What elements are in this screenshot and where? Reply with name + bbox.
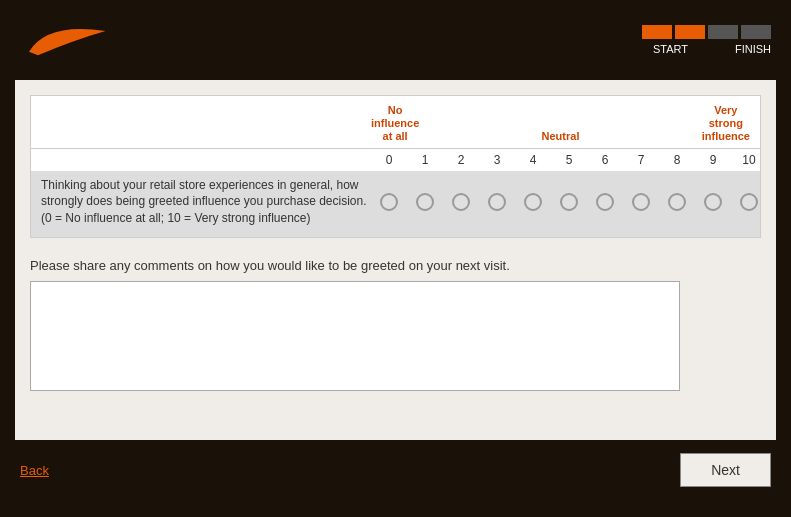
scale-num-10: 10 [731, 153, 767, 167]
radio-group[interactable] [371, 193, 767, 211]
progress-area: START FINISH [642, 25, 771, 55]
progress-segment-3 [708, 25, 738, 39]
back-button[interactable]: Back [20, 463, 49, 478]
header: START FINISH [0, 0, 791, 80]
start-label: START [653, 43, 688, 55]
progress-bar [642, 25, 771, 39]
scale-num-9: 9 [695, 153, 731, 167]
radio-8[interactable] [668, 193, 686, 211]
radio-0[interactable] [380, 193, 398, 211]
comments-label: Please share any comments on how you wou… [30, 258, 761, 273]
finish-label: FINISH [735, 43, 771, 55]
progress-segment-4 [741, 25, 771, 39]
scale-num-8: 8 [659, 153, 695, 167]
rating-row: Thinking about your retail store experie… [31, 171, 760, 237]
progress-segment-2 [675, 25, 705, 39]
radio-2[interactable] [452, 193, 470, 211]
radio-1[interactable] [416, 193, 434, 211]
progress-segment-1 [642, 25, 672, 39]
rating-question: Thinking about your retail store experie… [41, 177, 371, 227]
scale-neutral-label: Neutral [542, 130, 580, 143]
rating-header: Noinfluenceat all Neutral Verystronginfl… [31, 96, 760, 149]
scale-numbers: 0 1 2 3 4 5 6 7 8 9 10 [371, 153, 767, 167]
comments-section: Please share any comments on how you wou… [30, 253, 761, 396]
rating-numbers-row: 0 1 2 3 4 5 6 7 8 9 10 [31, 149, 760, 171]
scale-num-1: 1 [407, 153, 443, 167]
scale-start-label: Noinfluenceat all [371, 104, 419, 144]
scale-num-0: 0 [371, 153, 407, 167]
radio-10[interactable] [740, 193, 758, 211]
radio-7[interactable] [632, 193, 650, 211]
scale-num-5: 5 [551, 153, 587, 167]
rating-section: Noinfluenceat all Neutral Verystronginfl… [30, 95, 761, 238]
comments-textarea[interactable] [30, 281, 680, 391]
main-content: Noinfluenceat all Neutral Verystronginfl… [15, 80, 776, 440]
next-button[interactable]: Next [680, 453, 771, 487]
scale-num-2: 2 [443, 153, 479, 167]
scale-end-label: Verystronginfluence [702, 104, 750, 144]
footer: Back Next [0, 445, 791, 495]
radio-3[interactable] [488, 193, 506, 211]
radio-5[interactable] [560, 193, 578, 211]
radio-9[interactable] [704, 193, 722, 211]
scale-labels: Noinfluenceat all Neutral Verystronginfl… [371, 104, 750, 144]
scale-num-7: 7 [623, 153, 659, 167]
radio-6[interactable] [596, 193, 614, 211]
progress-labels: START FINISH [653, 43, 771, 55]
nike-logo [20, 15, 110, 65]
scale-num-4: 4 [515, 153, 551, 167]
scale-num-6: 6 [587, 153, 623, 167]
radio-4[interactable] [524, 193, 542, 211]
scale-num-3: 3 [479, 153, 515, 167]
